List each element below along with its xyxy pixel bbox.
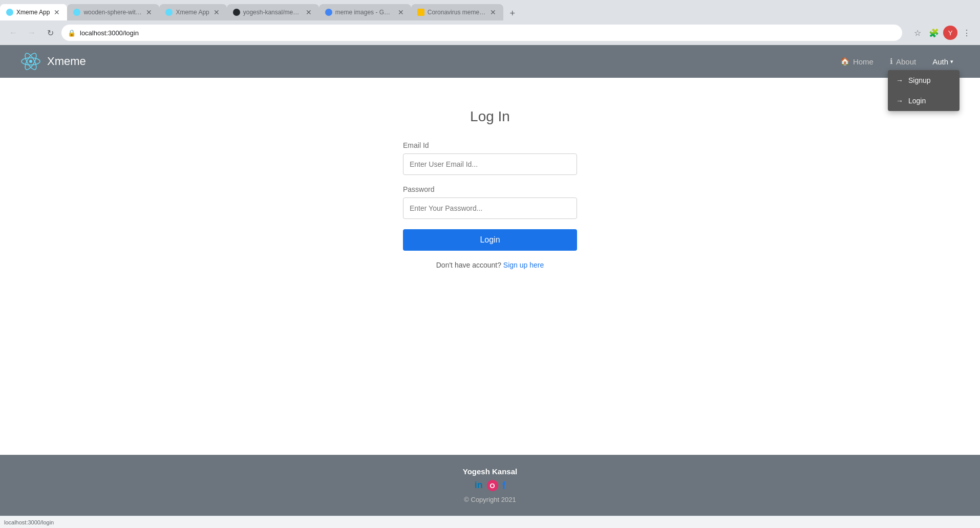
tab-favicon (325, 9, 332, 16)
home-nav-link[interactable]: 🏠 Home (834, 53, 880, 70)
instagram-label: O (490, 482, 495, 490)
brand-name: Xmeme (47, 55, 86, 68)
footer-social: in O f (12, 480, 968, 492)
tab-close-icon[interactable]: ✕ (397, 8, 405, 16)
tab-active[interactable]: Xmeme App ✕ (0, 4, 67, 20)
tab-favicon (73, 9, 80, 16)
signup-menu-item[interactable]: → Signup (888, 70, 960, 91)
tab-6[interactable]: Coronavirus memes: These... ✕ (411, 4, 503, 20)
tab-title: Xmeme App (176, 9, 209, 16)
svg-point-0 (29, 60, 32, 63)
auth-label: Auth (932, 57, 948, 66)
address-text: localhost:3000/login (80, 29, 896, 37)
login-title: Log In (403, 108, 577, 125)
tab-2[interactable]: wooden-sphere-with-symb... ✕ (67, 4, 159, 20)
browser-actions: ☆ 🧩 Y ⋮ (910, 26, 974, 40)
login-icon: → (896, 97, 903, 105)
auth-menu: → Signup → Login (888, 70, 960, 111)
email-form-group: Email Id (403, 141, 577, 175)
signup-icon: → (896, 76, 903, 84)
browser-chrome: Xmeme App ✕ wooden-sphere-with-symb... ✕… (0, 0, 980, 45)
lock-icon: 🔒 (68, 29, 76, 37)
bookmarks-icon[interactable]: ☆ (910, 26, 925, 40)
signup-prompt: Don't have account? Sign up here (403, 261, 577, 269)
dropdown-caret-icon: ▾ (950, 58, 953, 65)
about-nav-link[interactable]: ℹ About (884, 53, 922, 70)
tab-close-icon[interactable]: ✕ (305, 8, 313, 16)
tab-close-icon[interactable]: ✕ (53, 8, 61, 16)
tab-close-icon[interactable]: ✕ (489, 8, 497, 16)
footer: Yogesh Kansal in O f © Copyright 2021 (0, 455, 980, 516)
extensions-icon[interactable]: 🧩 (927, 26, 941, 40)
tab-close-icon[interactable]: ✕ (145, 8, 153, 16)
login-card: Log In Email Id Password Login Don't hav… (403, 108, 577, 269)
tab-title: Xmeme App (16, 9, 50, 16)
password-input[interactable] (403, 197, 577, 219)
menu-icon[interactable]: ⋮ (960, 26, 974, 40)
auth-dropdown: Auth ▾ → Signup → Login (926, 53, 960, 70)
main-content: Log In Email Id Password Login Don't hav… (0, 78, 980, 455)
tab-4[interactable]: yogesh-kansal/memeKeep... ✕ (227, 4, 319, 20)
tab-title: wooden-sphere-with-symb... (83, 9, 142, 16)
status-url: localhost:3000/login (4, 519, 54, 525)
tab-title: yogesh-kansal/memeKeep... (243, 9, 302, 16)
signup-menu-label: Signup (908, 76, 931, 84)
app: Xmeme 🏠 Home ℹ About Auth ▾ → Signup (0, 45, 980, 516)
auth-dropdown-button[interactable]: Auth ▾ (926, 53, 960, 70)
about-icon: ℹ (890, 57, 893, 66)
facebook-link[interactable]: f (502, 480, 506, 492)
home-icon: 🏠 (840, 57, 850, 66)
back-button[interactable]: ← (6, 26, 20, 40)
footer-copyright: © Copyright 2021 (12, 496, 968, 503)
react-logo-icon (20, 51, 41, 72)
password-label: Password (403, 185, 577, 193)
tab-title: meme images - Google Se... (335, 9, 394, 16)
login-menu-label: Login (908, 97, 926, 105)
tab-favicon (6, 9, 13, 16)
tab-bar: Xmeme App ✕ wooden-sphere-with-symb... ✕… (0, 0, 980, 20)
linkedin-link[interactable]: in (475, 480, 483, 492)
tab-favicon (233, 9, 240, 16)
navbar-brand[interactable]: Xmeme (20, 51, 86, 72)
address-bar-row: ← → ↻ 🔒 localhost:3000/login ☆ 🧩 Y ⋮ (0, 20, 980, 45)
status-bar: localhost:3000/login (0, 516, 980, 528)
tab-close-icon[interactable]: ✕ (212, 8, 221, 16)
reload-button[interactable]: ↻ (43, 26, 57, 40)
forward-button[interactable]: → (25, 26, 39, 40)
tab-5[interactable]: meme images - Google Se... ✕ (319, 4, 411, 20)
email-label: Email Id (403, 141, 577, 149)
footer-name: Yogesh Kansal (12, 467, 968, 476)
navbar-links: 🏠 Home ℹ About Auth ▾ → Signup (834, 53, 960, 70)
login-button[interactable]: Login (403, 229, 577, 251)
password-form-group: Password (403, 185, 577, 219)
tab-favicon (417, 9, 424, 16)
home-label: Home (853, 57, 874, 66)
about-label: About (896, 57, 916, 66)
tab-3[interactable]: Xmeme App ✕ (159, 4, 226, 20)
new-tab-button[interactable]: + (505, 6, 520, 20)
no-account-text: Don't have account? (436, 261, 501, 269)
tab-title: Coronavirus memes: These... (428, 9, 486, 16)
email-input[interactable] (403, 153, 577, 175)
navbar: Xmeme 🏠 Home ℹ About Auth ▾ → Signup (0, 45, 980, 78)
tab-favicon (165, 9, 173, 16)
login-menu-item[interactable]: → Login (888, 91, 960, 111)
address-bar[interactable]: 🔒 localhost:3000/login (61, 25, 902, 41)
instagram-icon[interactable]: O (487, 480, 498, 491)
signup-link[interactable]: Sign up here (503, 261, 544, 269)
profile-icon[interactable]: Y (943, 26, 957, 40)
